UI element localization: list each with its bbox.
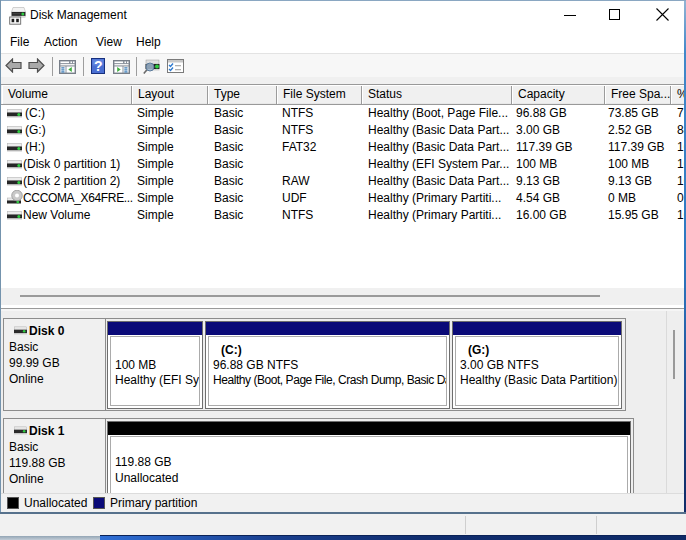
svg-text:?: ? <box>94 58 103 74</box>
